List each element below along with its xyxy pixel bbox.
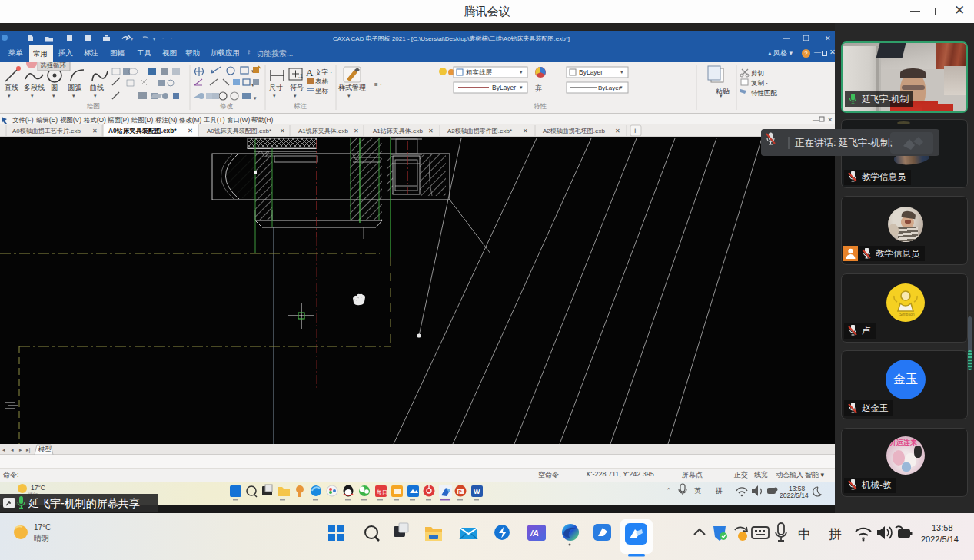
svg-text:▾: ▾ bbox=[294, 93, 297, 98]
svg-text:✕: ✕ bbox=[188, 127, 193, 134]
svg-text:A2模轴曲拐毛坯图.exb: A2模轴曲拐毛坯图.exb bbox=[543, 128, 605, 134]
svg-text:.1: .1 bbox=[298, 73, 303, 78]
svg-text:特性匹配: 特性匹配 bbox=[751, 89, 778, 97]
svg-text:✕: ✕ bbox=[92, 128, 98, 134]
svg-text:延飞宇-机制的屏幕共享: 延飞宇-机制的屏幕共享 bbox=[28, 497, 140, 509]
svg-text:A1钻床夹具体.exb: A1钻床夹具体.exb bbox=[373, 128, 423, 134]
svg-text:编辑(E): 编辑(E) bbox=[36, 116, 58, 124]
svg-text:修改(M): 修改(M) bbox=[179, 116, 202, 124]
svg-text:▾: ▾ bbox=[620, 69, 623, 75]
svg-text:ByLayer: ByLayer bbox=[492, 84, 516, 91]
svg-text:ByLayer: ByLayer bbox=[579, 68, 603, 76]
svg-text:文字 ·: 文字 · bbox=[315, 68, 332, 76]
svg-text:✕: ✕ bbox=[827, 116, 833, 124]
svg-text:17°C: 17°C bbox=[34, 523, 51, 532]
svg-text:粘贴: 粘贴 bbox=[716, 88, 730, 95]
svg-text:▾: ▾ bbox=[254, 95, 257, 101]
svg-text:A1铣床夹具体.exb: A1铣床夹具体.exb bbox=[298, 128, 348, 134]
svg-text:▾: ▾ bbox=[273, 93, 276, 98]
svg-text:▾: ▾ bbox=[153, 37, 155, 41]
svg-text:◂: ◂ bbox=[11, 447, 14, 452]
svg-text:标注: 标注 bbox=[294, 102, 307, 110]
svg-text:Simpson: Simpson bbox=[899, 312, 915, 316]
svg-text:ByLayer: ByLayer bbox=[598, 84, 621, 91]
svg-text:▸: ▸ bbox=[19, 447, 22, 452]
svg-text:尺寸: 尺寸 bbox=[269, 84, 283, 91]
svg-text:圆: 圆 bbox=[51, 84, 58, 91]
svg-text:2022/5/14: 2022/5/14 bbox=[921, 535, 959, 544]
svg-text:▾: ▾ bbox=[131, 37, 133, 41]
svg-text:▾: ▾ bbox=[72, 93, 75, 98]
svg-text:▾: ▾ bbox=[52, 93, 55, 98]
svg-text:文件(F): 文件(F) bbox=[12, 116, 34, 124]
svg-text:—: — bbox=[813, 116, 819, 124]
svg-text:A0模轴曲拐工艺卡片.exb: A0模轴曲拐工艺卡片.exb bbox=[12, 128, 81, 134]
svg-text:幅面(P): 幅面(P) bbox=[108, 116, 129, 124]
svg-text:2022/5/14: 2022/5/14 bbox=[780, 492, 809, 499]
svg-text:弃: 弃 bbox=[535, 84, 542, 92]
svg-text:曲线: 曲线 bbox=[90, 84, 104, 91]
svg-text:剪切: 剪切 bbox=[751, 69, 764, 77]
svg-text:▾: ▾ bbox=[31, 93, 34, 98]
svg-text:帮助(H): 帮助(H) bbox=[251, 116, 274, 124]
svg-text:模型: 模型 bbox=[38, 446, 52, 453]
svg-text:▾: ▾ bbox=[520, 69, 523, 75]
svg-text:标注(N): 标注(N) bbox=[155, 116, 178, 124]
svg-text:A0钻床夹具装配图.exb*: A0钻床夹具装配图.exb* bbox=[108, 127, 177, 134]
svg-text:A: A bbox=[306, 67, 314, 78]
svg-text:·: · bbox=[171, 36, 172, 41]
svg-text:▾: ▾ bbox=[520, 84, 523, 90]
svg-text:晴朗: 晴朗 bbox=[34, 534, 49, 542]
svg-text:正在讲话: 延飞宇-机制;: 正在讲话: 延飞宇-机制; bbox=[795, 138, 893, 148]
svg-text:✕: ✕ bbox=[428, 128, 434, 134]
svg-text:拼: 拼 bbox=[829, 527, 842, 542]
svg-text:复制 ·: 复制 · bbox=[751, 79, 768, 87]
svg-text:窗口(W): 窗口(W) bbox=[227, 116, 250, 124]
svg-text:⌃: ⌃ bbox=[666, 487, 672, 495]
svg-text:圆弧: 圆弧 bbox=[68, 84, 81, 91]
svg-text:✕: ✕ bbox=[825, 35, 831, 42]
svg-text:CAXA CAD 电子图板 2021 - [C:\Users: CAXA CAD 电子图板 2021 - [C:\Users\ai\Deskto… bbox=[333, 35, 570, 42]
svg-text:≡ ·: ≡ · bbox=[374, 81, 382, 88]
svg-text:样式管理: 样式管理 bbox=[338, 84, 366, 91]
svg-text:▾: ▾ bbox=[8, 93, 11, 98]
svg-text:✕: ✕ bbox=[354, 128, 359, 134]
svg-text:符号: 符号 bbox=[290, 84, 304, 91]
svg-text:中: 中 bbox=[798, 527, 811, 542]
svg-text:A2模轴曲拐零件图.exb*: A2模轴曲拐零件图.exb* bbox=[447, 128, 512, 134]
svg-text:◂: ◂ bbox=[2, 447, 5, 452]
svg-text:选择循环: 选择循环 bbox=[39, 62, 67, 69]
svg-text:▾: ▾ bbox=[720, 93, 723, 98]
svg-text:✕: ✕ bbox=[280, 128, 285, 134]
svg-text:英: 英 bbox=[694, 487, 701, 495]
svg-text:17°C: 17°C bbox=[31, 484, 45, 492]
svg-text:·: · bbox=[162, 36, 164, 41]
svg-text:A0铣床夹具装配图.exb*: A0铣床夹具装配图.exb* bbox=[207, 128, 271, 134]
svg-text:▾: ▾ bbox=[94, 93, 97, 98]
svg-text:P: P bbox=[458, 489, 462, 495]
svg-text:坐标 ·: 坐标 · bbox=[315, 87, 332, 94]
svg-text:拼: 拼 bbox=[715, 487, 723, 495]
svg-text:格式(O): 格式(O) bbox=[83, 116, 106, 124]
svg-text:直线: 直线 bbox=[5, 84, 18, 91]
svg-text:修改: 修改 bbox=[220, 102, 234, 110]
svg-text:表格: 表格 bbox=[315, 78, 329, 85]
svg-text:多段线: 多段线 bbox=[24, 84, 45, 91]
svg-text:特性: 特性 bbox=[534, 102, 547, 110]
svg-text:▾: ▾ bbox=[347, 93, 351, 98]
svg-text:▸|: ▸| bbox=[26, 447, 31, 453]
svg-text:工具(T): 工具(T) bbox=[203, 116, 225, 124]
svg-text:▾: ▾ bbox=[620, 84, 623, 90]
svg-text:W: W bbox=[474, 488, 480, 495]
svg-text:/A: /A bbox=[530, 529, 539, 538]
svg-text:✕: ✕ bbox=[615, 128, 620, 134]
svg-text:绘图: 绘图 bbox=[87, 102, 100, 110]
svg-text:每日: 每日 bbox=[377, 489, 387, 495]
svg-text:绘图(D): 绘图(D) bbox=[131, 116, 154, 124]
svg-text:13:58: 13:58 bbox=[932, 523, 953, 532]
svg-text:✕: ✕ bbox=[523, 128, 528, 134]
svg-text:视图(V): 视图(V) bbox=[60, 116, 81, 124]
svg-text:+: + bbox=[633, 126, 637, 135]
svg-text:粗实线层: 粗实线层 bbox=[466, 68, 493, 76]
